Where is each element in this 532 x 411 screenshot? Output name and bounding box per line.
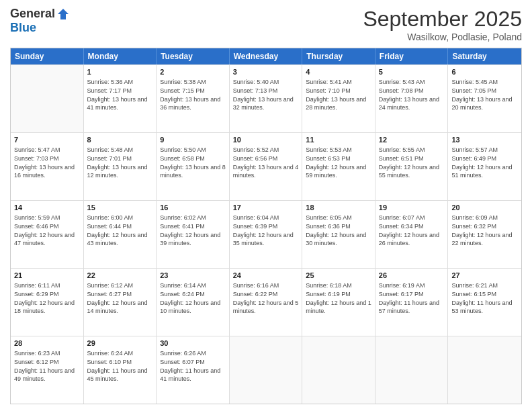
- header-thursday: Thursday: [302, 48, 375, 64]
- cell-w4-d7: 27Sunrise: 6:21 AMSunset: 6:15 PMDayligh…: [448, 269, 521, 336]
- day-number: 1: [87, 67, 153, 77]
- sunset-text: Sunset: 6:39 PM: [233, 223, 278, 230]
- cell-w2-d7: 13Sunrise: 5:57 AMSunset: 6:49 PMDayligh…: [448, 133, 521, 200]
- day-number: 3: [233, 67, 299, 77]
- day-number: 12: [379, 135, 445, 145]
- cell-w5-d2: 29Sunrise: 6:24 AMSunset: 6:10 PMDayligh…: [84, 336, 157, 404]
- sunrise-text: Sunrise: 5:53 AM: [306, 146, 352, 153]
- header-wednesday: Wednesday: [230, 48, 303, 64]
- sunset-text: Sunset: 6:34 PM: [379, 223, 424, 230]
- title-section: September 2025 Wasilkow, Podlasie, Polan…: [363, 7, 522, 42]
- week-row-1: 1Sunrise: 5:36 AMSunset: 7:17 PMDaylight…: [11, 64, 521, 132]
- daylight-text: Daylight: 12 hours and 35 minutes.: [233, 232, 294, 247]
- daylight-text: Daylight: 13 hours and 16 minutes.: [14, 164, 75, 179]
- day-number: 14: [14, 203, 80, 213]
- sunrise-text: Sunrise: 5:47 AM: [14, 146, 60, 153]
- svg-marker-0: [58, 9, 69, 19]
- daylight-text: Daylight: 12 hours and 47 minutes.: [14, 232, 75, 247]
- daylight-text: Daylight: 11 hours and 49 minutes.: [14, 367, 75, 383]
- cell-w5-d3: 30Sunrise: 6:26 AMSunset: 6:07 PMDayligh…: [157, 336, 230, 404]
- daylight-text: Daylight: 12 hours and 5 minutes.: [233, 300, 299, 315]
- sunrise-text: Sunrise: 6:02 AM: [160, 214, 206, 221]
- day-number: 23: [160, 271, 226, 281]
- day-number: 6: [451, 67, 518, 77]
- cell-w1-d7: 6Sunrise: 5:45 AMSunset: 7:05 PMDaylight…: [448, 65, 521, 132]
- day-number: 22: [87, 271, 153, 281]
- logo-general-text: General: [10, 7, 55, 21]
- sunset-text: Sunset: 7:17 PM: [87, 87, 132, 94]
- daylight-text: Daylight: 11 hours and 53 minutes.: [451, 300, 512, 315]
- page: General Blue September 2025 Wasilkow, Po…: [0, 0, 532, 411]
- daylight-text: Daylight: 13 hours and 32 minutes.: [233, 96, 294, 111]
- day-number: 10: [233, 135, 299, 145]
- sunset-text: Sunset: 6:17 PM: [379, 291, 424, 298]
- cell-w1-d3: 2Sunrise: 5:38 AMSunset: 7:15 PMDaylight…: [157, 65, 230, 132]
- day-number: 29: [87, 338, 153, 349]
- sunset-text: Sunset: 6:58 PM: [160, 155, 205, 162]
- day-number: 18: [306, 203, 371, 213]
- day-number: 2: [160, 67, 226, 77]
- daylight-text: Daylight: 12 hours and 26 minutes.: [379, 232, 439, 247]
- daylight-text: Daylight: 12 hours and 1 minute.: [306, 300, 371, 315]
- cell-w2-d4: 10Sunrise: 5:52 AMSunset: 6:56 PMDayligh…: [230, 133, 303, 200]
- daylight-text: Daylight: 12 hours and 10 minutes.: [160, 300, 220, 315]
- location: Wasilkow, Podlasie, Poland: [363, 32, 522, 42]
- daylight-text: Daylight: 11 hours and 57 minutes.: [379, 300, 439, 315]
- daylight-text: Daylight: 12 hours and 22 minutes.: [451, 232, 512, 247]
- cell-w2-d5: 11Sunrise: 5:53 AMSunset: 6:53 PMDayligh…: [302, 133, 375, 200]
- header-friday: Friday: [375, 48, 449, 64]
- cell-w4-d2: 22Sunrise: 6:12 AMSunset: 6:27 PMDayligh…: [84, 269, 157, 336]
- daylight-text: Daylight: 13 hours and 8 minutes.: [160, 164, 226, 179]
- daylight-text: Daylight: 13 hours and 36 minutes.: [160, 96, 220, 111]
- day-number: 9: [160, 135, 226, 145]
- sunset-text: Sunset: 7:03 PM: [14, 155, 59, 162]
- sunset-text: Sunset: 6:24 PM: [160, 291, 205, 298]
- cell-w1-d2: 1Sunrise: 5:36 AMSunset: 7:17 PMDaylight…: [84, 65, 157, 132]
- sunset-text: Sunset: 6:41 PM: [160, 223, 205, 230]
- day-number: 13: [451, 135, 518, 145]
- sunrise-text: Sunrise: 5:59 AM: [14, 214, 60, 221]
- header-monday: Monday: [84, 48, 157, 64]
- sunset-text: Sunset: 6:15 PM: [451, 291, 496, 298]
- cell-w5-d5: [302, 336, 375, 404]
- header-tuesday: Tuesday: [157, 48, 230, 64]
- day-number: 27: [451, 271, 518, 281]
- cell-w2-d2: 8Sunrise: 5:48 AMSunset: 7:01 PMDaylight…: [84, 133, 157, 200]
- sunset-text: Sunset: 6:36 PM: [306, 223, 351, 230]
- sunrise-text: Sunrise: 5:45 AM: [451, 79, 498, 85]
- sunset-text: Sunset: 6:22 PM: [233, 291, 278, 298]
- cell-w4-d3: 23Sunrise: 6:14 AMSunset: 6:24 PMDayligh…: [157, 269, 230, 336]
- sunrise-text: Sunrise: 5:38 AM: [160, 79, 206, 85]
- day-number: 7: [14, 135, 80, 145]
- daylight-text: Daylight: 13 hours and 24 minutes.: [379, 96, 439, 111]
- day-number: 11: [306, 135, 371, 145]
- daylight-text: Daylight: 13 hours and 4 minutes.: [233, 164, 299, 179]
- sunset-text: Sunset: 6:10 PM: [87, 359, 132, 365]
- daylight-text: Daylight: 13 hours and 41 minutes.: [87, 96, 148, 111]
- cell-w3-d5: 18Sunrise: 6:05 AMSunset: 6:36 PMDayligh…: [302, 201, 375, 268]
- sunrise-text: Sunrise: 5:43 AM: [379, 79, 425, 85]
- daylight-text: Daylight: 11 hours and 41 minutes.: [160, 367, 220, 383]
- sunset-text: Sunset: 6:12 PM: [14, 359, 59, 365]
- day-number: 16: [160, 203, 226, 213]
- cell-w1-d6: 5Sunrise: 5:43 AMSunset: 7:08 PMDaylight…: [375, 65, 449, 132]
- sunrise-text: Sunrise: 5:41 AM: [306, 79, 352, 85]
- sunrise-text: Sunrise: 5:57 AM: [451, 146, 498, 153]
- sunrise-text: Sunrise: 6:11 AM: [14, 282, 60, 289]
- sunset-text: Sunset: 6:56 PM: [233, 155, 278, 162]
- sunset-text: Sunset: 6:53 PM: [306, 155, 351, 162]
- cell-w5-d1: 28Sunrise: 6:23 AMSunset: 6:12 PMDayligh…: [11, 336, 84, 404]
- sunrise-text: Sunrise: 6:26 AM: [160, 350, 206, 357]
- daylight-text: Daylight: 13 hours and 12 minutes.: [87, 164, 148, 179]
- sunrise-text: Sunrise: 5:55 AM: [379, 146, 425, 153]
- sunset-text: Sunset: 6:29 PM: [14, 291, 59, 298]
- cell-w1-d5: 4Sunrise: 5:41 AMSunset: 7:10 PMDaylight…: [302, 65, 375, 132]
- cell-w1-d4: 3Sunrise: 5:40 AMSunset: 7:13 PMDaylight…: [230, 65, 303, 132]
- daylight-text: Daylight: 12 hours and 59 minutes.: [306, 164, 366, 179]
- sunrise-text: Sunrise: 6:21 AM: [451, 282, 498, 289]
- cell-w4-d6: 26Sunrise: 6:19 AMSunset: 6:17 PMDayligh…: [375, 269, 449, 336]
- cell-w3-d2: 15Sunrise: 6:00 AMSunset: 6:44 PMDayligh…: [84, 201, 157, 268]
- cell-w3-d6: 19Sunrise: 6:07 AMSunset: 6:34 PMDayligh…: [375, 201, 449, 268]
- header-saturday: Saturday: [448, 48, 521, 64]
- sunrise-text: Sunrise: 6:04 AM: [233, 214, 279, 221]
